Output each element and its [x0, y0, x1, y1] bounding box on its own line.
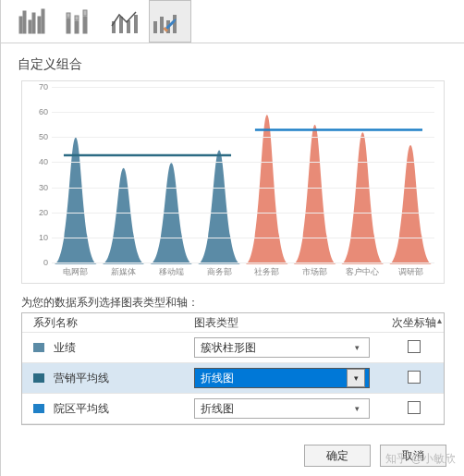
x-tick: 商务部 [195, 266, 243, 279]
tab-column-line[interactable] [103, 0, 145, 43]
secondary-axis-checkbox[interactable] [408, 340, 421, 353]
svg-rect-6 [67, 18, 70, 33]
svg-rect-8 [75, 21, 79, 33]
x-tick: 移动端 [148, 266, 196, 279]
chart-type-tabs [1, 0, 464, 43]
x-tick: 市场部 [291, 266, 339, 279]
y-tick: 70 [28, 82, 48, 92]
svg-rect-3 [32, 13, 35, 33]
stacked-column-icon [64, 7, 92, 35]
y-tick: 0 [28, 258, 48, 267]
chart-type-value: 折线图 [201, 371, 234, 386]
x-tick: 社务部 [243, 266, 291, 279]
svg-rect-0 [19, 17, 22, 33]
series-row[interactable]: 营销平均线折线图▾ [22, 363, 444, 394]
svg-rect-16 [153, 21, 157, 33]
chevron-down-icon: ▾ [348, 400, 365, 417]
tab-stacked-column[interactable] [56, 0, 99, 43]
column-line-icon [110, 7, 138, 35]
chart-type-combo[interactable]: 簇状柱形图▾ [194, 337, 370, 358]
svg-rect-17 [160, 17, 164, 33]
chart-type-value: 簇状柱形图 [201, 340, 256, 356]
cancel-button[interactable]: 取消 [380, 445, 446, 467]
svg-rect-5 [42, 9, 44, 33]
y-tick: 40 [28, 157, 48, 166]
series-row[interactable]: 业绩簇状柱形图▾ [22, 333, 444, 363]
series-color-mark [33, 373, 44, 383]
svg-rect-13 [119, 17, 123, 33]
series-color-mark [33, 343, 44, 352]
series-color-mark [33, 404, 44, 413]
secondary-axis-checkbox[interactable] [408, 371, 421, 384]
chart-type-combo[interactable]: 折线图▾ [194, 368, 370, 388]
y-tick: 50 [28, 132, 48, 141]
ok-button[interactable]: 确定 [304, 445, 371, 467]
svg-rect-2 [29, 20, 31, 33]
custom-combo-icon [153, 7, 188, 35]
svg-rect-11 [83, 10, 87, 16]
svg-rect-9 [75, 16, 79, 20]
svg-rect-1 [23, 11, 26, 33]
clustered-column-icon [18, 7, 45, 35]
header-series-name: 系列名称 [22, 315, 190, 331]
x-tick: 调研部 [386, 266, 434, 279]
svg-rect-19 [173, 15, 177, 33]
series-label: 院区平均线 [54, 401, 109, 417]
chevron-down-icon: ▾ [348, 339, 365, 356]
y-tick: 30 [28, 183, 48, 192]
x-tick: 电网部 [52, 266, 100, 279]
prompt-text: 为您的数据系列选择图表类型和轴： [1, 287, 464, 312]
y-tick: 10 [28, 233, 48, 242]
chart-preview: 010203040506070 电网部新媒体移动端商务部社务部市场部客户中心调研… [21, 80, 445, 284]
x-tick: 新媒体 [100, 266, 148, 279]
series-table: ▴ 系列名称 图表类型 次坐标轴 业绩簇状柱形图▾营销平均线折线图▾院区平均线折… [21, 312, 445, 425]
header-secondary-axis: 次坐标轴 [385, 315, 444, 331]
scroll-up-icon[interactable]: ▴ [437, 315, 442, 325]
series-row[interactable]: 院区平均线折线图▾ [22, 394, 444, 424]
chevron-down-icon: ▾ [347, 369, 365, 387]
chart-type-value: 折线图 [201, 401, 234, 417]
tab-clustered-column[interactable] [10, 0, 53, 43]
series-label: 营销平均线 [54, 371, 109, 386]
tab-custom-combo[interactable] [149, 0, 191, 43]
svg-rect-4 [38, 17, 41, 33]
y-tick: 20 [28, 208, 48, 217]
header-chart-type: 图表类型 [190, 315, 385, 331]
series-label: 业绩 [54, 340, 76, 356]
svg-rect-7 [67, 13, 70, 18]
x-tick: 客户中心 [339, 266, 387, 279]
svg-rect-15 [134, 15, 138, 33]
section-title: 自定义组合 [1, 43, 464, 79]
y-tick: 60 [28, 107, 48, 116]
chart-type-combo[interactable]: 折线图▾ [194, 398, 370, 419]
svg-rect-10 [83, 17, 87, 33]
secondary-axis-checkbox[interactable] [408, 401, 421, 414]
